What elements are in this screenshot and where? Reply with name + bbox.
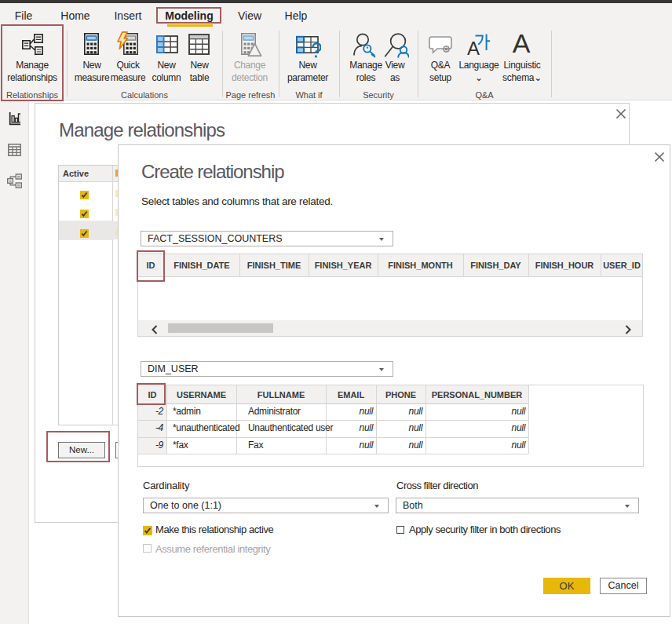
svg-text:A: A xyxy=(467,38,480,56)
